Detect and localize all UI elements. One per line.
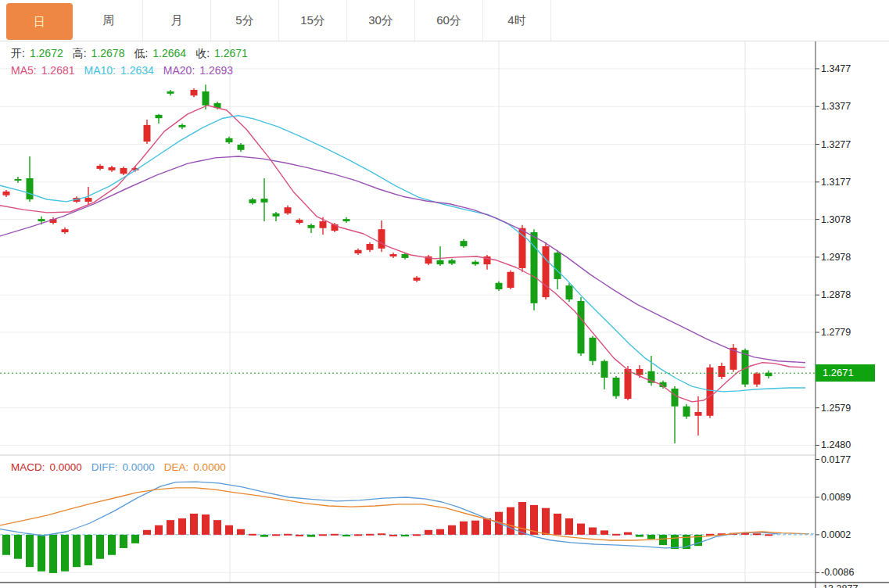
macd-bar	[260, 535, 268, 537]
macd-bar	[600, 530, 608, 535]
candle-body	[754, 374, 761, 385]
candle-body	[179, 125, 186, 127]
macd-bar	[190, 514, 198, 535]
macd-bar	[342, 535, 350, 536]
legend-value: 1.2681	[41, 64, 75, 77]
legend-value: 1.2664	[152, 47, 186, 59]
candle-body	[285, 207, 292, 213]
legend-label: MA5:	[11, 64, 37, 77]
ma-line-ma10	[0, 116, 805, 392]
current-price-value: 1.2671	[823, 367, 854, 378]
candle-body	[249, 199, 256, 203]
candle-body	[203, 91, 210, 106]
macd-bar	[120, 535, 127, 548]
candle-body	[390, 254, 397, 256]
trading-chart-app: 日周月5分15分30分60分4时 开:1.2672高:1.2678低:1.266…	[0, 0, 889, 588]
legend-label: 低:	[134, 47, 148, 59]
ma-line-ma5	[0, 106, 805, 402]
candle-body	[636, 369, 643, 375]
candle-body	[402, 254, 409, 258]
candle-body	[554, 253, 561, 279]
legend-label: MA10:	[84, 64, 116, 77]
macd-bar	[589, 528, 597, 535]
price-axis-tick: 1.2779	[821, 327, 851, 338]
candle-body	[590, 338, 597, 361]
macd-bar	[448, 525, 456, 535]
price-axis-tick: 1.3377	[821, 101, 851, 112]
macd-bar	[354, 534, 362, 536]
macd-bar	[38, 535, 45, 572]
candle-body	[707, 368, 714, 416]
macd-bar	[753, 533, 761, 535]
macd-bar	[647, 535, 655, 540]
axis-clipped-bottom-label: -13.2877	[819, 583, 858, 588]
candle-body	[308, 225, 315, 228]
price-axis-tick: 1.3477	[821, 63, 851, 74]
legend-item: MA5:1.2681	[11, 64, 80, 77]
macd-bar	[249, 534, 256, 536]
legend-label: MA20:	[163, 64, 195, 77]
candle-body	[144, 125, 151, 142]
candle-body	[496, 283, 503, 289]
candle-body	[120, 168, 127, 174]
candle-body	[695, 412, 702, 416]
ma-legend: MA5:1.2681MA10:1.2634MA20:1.2693	[11, 64, 242, 77]
candle-body	[261, 199, 268, 203]
macd-bar	[624, 532, 632, 535]
macd-bar	[507, 507, 514, 535]
price-axis-tick: 1.2579	[821, 403, 851, 414]
candle-body	[543, 246, 550, 297]
current-price-tag: 1.2671	[816, 364, 875, 382]
macd-bar	[460, 522, 468, 535]
legend-item: 收:1.2671	[195, 47, 253, 61]
macd-bar	[131, 535, 139, 543]
macd-line-dea	[0, 488, 809, 540]
macd-bar	[366, 534, 374, 536]
candle-body	[683, 407, 690, 417]
candle-body	[461, 241, 468, 246]
candle-body	[296, 220, 303, 223]
price-axis-tick: 1.3078	[821, 214, 851, 225]
candle-body	[449, 260, 456, 264]
macd-bar	[49, 535, 57, 573]
legend-item: MA20:1.2693	[163, 64, 238, 77]
candle-body	[613, 378, 620, 396]
candle-body	[226, 138, 233, 142]
macd-axis-tick: 0.0089	[821, 492, 851, 503]
macd-bar	[26, 535, 34, 567]
candle-body	[566, 285, 573, 299]
macd-bar	[565, 518, 573, 535]
candle-body	[578, 301, 585, 353]
macd-bar	[671, 535, 679, 549]
macd-bar	[471, 521, 479, 535]
legend-item: 高:1.2678	[73, 47, 130, 61]
candle-body	[472, 262, 479, 264]
legend-label: 高:	[73, 47, 87, 59]
chart-region[interactable]: 开:1.2672高:1.2678低:1.2664收:1.2671 MA5:1.2…	[0, 41, 889, 588]
candle-body	[191, 90, 198, 95]
legend-label: 收:	[195, 47, 210, 59]
ohlc-legend: 开:1.2672高:1.2678低:1.2664收:1.2671	[11, 47, 257, 61]
macd-bar	[284, 534, 292, 536]
candle-body	[437, 260, 444, 264]
legend-label: MACD:	[11, 461, 45, 473]
legend-label: 开:	[11, 47, 25, 59]
legend-item: DEA:0.0000	[164, 461, 231, 473]
macd-bar	[554, 514, 561, 535]
price-axis-tick: 1.2978	[821, 252, 851, 263]
candle-body	[672, 389, 679, 407]
macd-bar	[108, 535, 116, 555]
macd-bar	[2, 535, 10, 555]
candle-body	[62, 229, 69, 232]
macd-bar	[14, 535, 22, 559]
macd-bar	[425, 530, 432, 535]
candle-body	[378, 229, 385, 249]
macd-bar	[61, 535, 69, 572]
candlestick-macd-chart[interactable]	[0, 0, 889, 588]
macd-bar	[577, 524, 585, 535]
candle-body	[97, 166, 104, 169]
macd-bar	[272, 534, 280, 536]
price-axis-tick: 1.3277	[821, 139, 851, 150]
legend-value: 1.2672	[30, 47, 63, 59]
legend-value: 0.0000	[50, 461, 82, 473]
